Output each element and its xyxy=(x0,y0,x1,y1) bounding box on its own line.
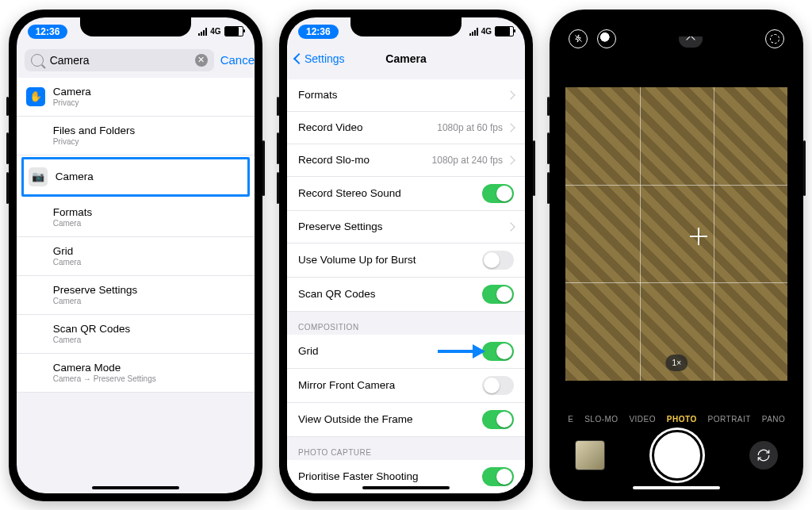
mute-switch[interactable] xyxy=(6,97,9,116)
power-button[interactable] xyxy=(262,140,265,196)
row-label: Preserve Settings xyxy=(298,220,383,232)
result-subtitle: Camera xyxy=(53,297,245,306)
toggle-switch[interactable] xyxy=(482,467,514,486)
search-result-row[interactable]: FormatsCamera xyxy=(17,198,255,237)
toggle-switch[interactable] xyxy=(482,410,514,429)
zoom-button[interactable]: 1× xyxy=(666,355,688,371)
settings-row[interactable]: Record Stereo Sound xyxy=(287,177,525,211)
row-label: Grid xyxy=(298,345,319,357)
volume-down-button[interactable] xyxy=(277,172,279,204)
home-indicator[interactable] xyxy=(362,486,450,489)
search-result-row[interactable]: 📷Camera xyxy=(21,157,250,197)
back-button[interactable]: Settings xyxy=(295,52,345,65)
search-field[interactable]: ✕ xyxy=(25,49,214,71)
search-result-row[interactable]: Preserve SettingsCamera xyxy=(17,276,255,315)
toggle-switch[interactable] xyxy=(482,285,514,304)
clear-icon[interactable]: ✕ xyxy=(195,54,208,67)
search-result-row[interactable]: Camera ModeCamera → Preserve Settings xyxy=(17,354,255,393)
mode-selector[interactable]: E SLO-MOVIDEOPHOTOPORTRAITPANO xyxy=(557,415,795,424)
search-result-row[interactable]: Scan QR CodesCamera xyxy=(17,315,255,354)
volume-down-button[interactable] xyxy=(547,172,550,204)
mute-switch[interactable] xyxy=(547,97,550,116)
settings-row[interactable]: Formats xyxy=(287,79,525,112)
volume-up-button[interactable] xyxy=(547,132,550,164)
grid-line xyxy=(565,282,787,283)
volume-down-button[interactable] xyxy=(6,172,9,204)
network-label: 4G xyxy=(210,27,220,36)
power-button[interactable] xyxy=(803,140,806,196)
flip-camera-icon xyxy=(756,448,771,462)
mode-pano[interactable]: PANO xyxy=(762,415,786,424)
result-title: Preserve Settings xyxy=(53,284,245,297)
search-result-row[interactable]: GridCamera xyxy=(17,237,255,276)
mute-switch[interactable] xyxy=(277,97,279,116)
toggle-switch[interactable] xyxy=(482,251,514,270)
shutter-bar xyxy=(557,430,795,481)
row-value: 1080p at 240 fps xyxy=(432,155,514,166)
toggle-switch[interactable] xyxy=(482,342,514,361)
chevron-up-icon xyxy=(687,35,695,44)
row-label: Use Volume Up for Burst xyxy=(298,254,416,266)
row-label: Mirror Front Camera xyxy=(298,379,395,391)
nav-bar: Settings Camera xyxy=(287,46,525,71)
viewfinder[interactable]: 1× xyxy=(565,87,787,381)
notch xyxy=(621,17,732,36)
home-indicator[interactable] xyxy=(633,486,720,489)
row-label: Record Video xyxy=(298,121,363,133)
privacy-icon: ✋ xyxy=(26,87,45,106)
result-subtitle: Camera xyxy=(53,219,245,228)
row-label: Formats xyxy=(298,89,338,101)
search-result-row[interactable]: ✋CameraPrivacy xyxy=(17,78,255,117)
notch xyxy=(80,17,191,36)
mode-slo-mo[interactable]: SLO-MO xyxy=(584,415,618,424)
mode-portrait[interactable]: PORTRAIT xyxy=(708,415,751,424)
phone-settings: 12:36 4G Settings Camera Formats Record … xyxy=(279,10,533,501)
screen-search: 12:36 4G ✕ Cancel ✋CameraPrivacyFiles an… xyxy=(17,17,255,493)
result-subtitle: Camera → Preserve Settings xyxy=(53,374,245,384)
icon-spacer xyxy=(26,286,45,305)
cancel-button[interactable]: Cancel xyxy=(220,53,255,67)
night-mode-icon[interactable] xyxy=(597,29,616,48)
shutter-button[interactable] xyxy=(652,430,703,481)
settings-row[interactable]: Use Volume Up for Burst xyxy=(287,243,525,278)
icon-spacer xyxy=(26,208,45,227)
chevron-right-icon xyxy=(506,90,515,99)
result-title: Scan QR Codes xyxy=(53,323,245,336)
search-input[interactable] xyxy=(48,53,190,67)
flash-icon[interactable] xyxy=(569,29,588,48)
toggle-switch[interactable] xyxy=(482,184,514,203)
settings-row[interactable]: Grid xyxy=(287,335,525,369)
home-indicator[interactable] xyxy=(92,486,179,489)
signal-icon xyxy=(198,28,207,36)
chevron-right-icon xyxy=(506,222,515,231)
search-results-list: ✋CameraPrivacyFiles and FoldersPrivacy📷C… xyxy=(17,78,255,393)
settings-row[interactable]: Record Video1080p at 60 fps xyxy=(287,112,525,144)
back-label: Settings xyxy=(304,52,345,65)
settings-group-main: Formats Record Video1080p at 60 fps Reco… xyxy=(287,79,525,312)
mode-photo[interactable]: PHOTO xyxy=(667,415,697,424)
volume-up-button[interactable] xyxy=(6,132,9,164)
live-photo-icon[interactable] xyxy=(765,29,784,48)
settings-row[interactable]: Record Slo-mo1080p at 240 fps xyxy=(287,144,525,177)
volume-up-button[interactable] xyxy=(277,132,279,164)
last-photo-thumbnail[interactable] xyxy=(575,440,605,470)
result-title: Camera xyxy=(53,86,245,98)
settings-row[interactable]: Preserve Settings xyxy=(287,211,525,243)
viewfinder-image xyxy=(565,87,787,381)
settings-row[interactable]: Scan QR Codes xyxy=(287,278,525,312)
mode-video[interactable]: VIDEO xyxy=(629,415,656,424)
power-button[interactable] xyxy=(533,140,535,196)
row-label: Prioritise Faster Shooting xyxy=(298,470,419,482)
flip-camera-button[interactable] xyxy=(749,441,778,470)
mode-edge: E xyxy=(568,415,573,424)
icon-spacer xyxy=(26,247,45,266)
status-time: 12:36 xyxy=(298,25,339,39)
settings-row[interactable]: View Outside the Frame xyxy=(287,403,525,437)
search-result-row[interactable]: Files and FoldersPrivacy xyxy=(17,117,255,155)
page-title: Camera xyxy=(385,52,426,65)
toggle-switch[interactable] xyxy=(482,376,514,395)
result-title: Files and Folders xyxy=(53,125,245,137)
settings-row[interactable]: Mirror Front Camera xyxy=(287,369,525,403)
row-value: 1080p at 60 fps xyxy=(437,122,514,133)
settings-group-composition: GridMirror Front CameraView Outside the … xyxy=(287,335,525,437)
